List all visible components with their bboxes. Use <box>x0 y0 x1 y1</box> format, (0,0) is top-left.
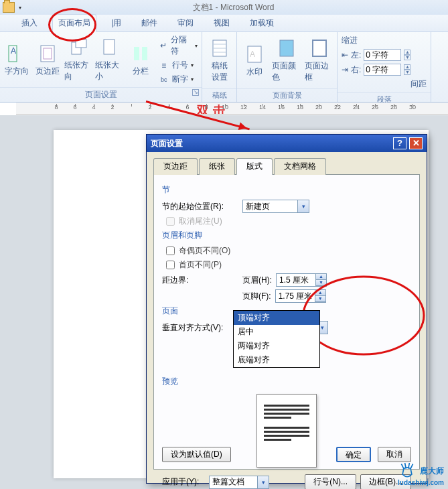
group-grid-paper-label: 稿纸 <box>202 88 236 102</box>
size-button[interactable]: 纸张大小 <box>95 37 123 82</box>
breaks-button[interactable]: ↵分隔符▾ <box>157 33 199 58</box>
indent-left-icon: ⇤ <box>342 50 348 60</box>
svg-rect-16 <box>313 40 326 56</box>
tab-mailings[interactable]: 邮件 <box>136 15 163 31</box>
dialog-title: 页面设置 <box>151 138 183 149</box>
page-border-button[interactable]: 页面边框 <box>305 38 334 83</box>
apply-to-row: 应用于(Y): 整篇文档▾ 行号(N)... 边框(B)... <box>162 474 411 489</box>
up-icon[interactable]: ▲ <box>315 274 326 280</box>
valign-option-top[interactable]: 顶端对齐 <box>234 311 319 325</box>
odd-even-label: 奇偶页不同(O) <box>179 245 230 257</box>
tab-paper[interactable]: 纸张 <box>199 158 235 175</box>
default-button[interactable]: 设为默认值(D) <box>162 447 231 462</box>
header-dist-label: 页眉(H): <box>242 275 272 286</box>
ribbon-tabs: 插入 页面布局 |用 邮件 审阅 视图 加载项 <box>0 15 448 32</box>
tab-review[interactable]: 审阅 <box>172 15 199 31</box>
down-icon[interactable]: ▼ <box>315 280 326 286</box>
indent-right-icon: ⇥ <box>342 65 348 74</box>
headerfooter-label: 页眉和页脚 <box>162 230 411 241</box>
svg-rect-8 <box>142 47 147 60</box>
page-color-button[interactable]: 页面颜色 <box>272 38 301 83</box>
tab-insert[interactable]: 插入 <box>16 15 43 31</box>
cancel-button[interactable]: 取消 <box>378 447 411 462</box>
suppress-endnotes-check: 取消尾注(U) <box>166 216 411 227</box>
breaks-icon: ↵ <box>159 40 168 51</box>
page-border-label: 页面边框 <box>305 60 334 83</box>
down-icon[interactable]: ▼ <box>315 296 325 302</box>
watermark-label: 水印 <box>246 66 263 78</box>
line-numbers-icon: ≡ <box>159 60 169 71</box>
tab-grid[interactable]: 文档网格 <box>274 158 326 175</box>
line-numbers-label: 行号 <box>172 60 188 71</box>
valign-option-justify[interactable]: 两端对齐 <box>234 339 319 353</box>
margins-button[interactable]: 页边距 <box>33 43 62 77</box>
tab-references[interactable]: |用 <box>106 15 127 31</box>
odd-even-checkbox[interactable] <box>166 247 175 255</box>
page-setup-launcher[interactable]: ↘ <box>192 89 199 96</box>
grid-paper-label: 稿纸 设置 <box>212 60 228 83</box>
page-setup-dialog: 页面设置 ? ✕ 页边距 纸张 版式 文档网格 节 节的起始位置(R): 新建页… <box>146 134 427 484</box>
ribbon: A 字方向 页边距 纸张方向 纸张大小 分栏 ↵分隔符▾ ≡行号▾ <box>0 32 448 102</box>
watermark: 鹿大师 ludashiwj.com <box>398 463 444 486</box>
indent-right-input[interactable] <box>364 64 401 76</box>
section-label: 节 <box>162 184 411 196</box>
header-dist-input[interactable]: 1.5 厘米▲▼ <box>276 273 327 287</box>
svg-text:A: A <box>250 50 255 59</box>
spinner[interactable]: ▲▼ <box>404 50 410 60</box>
line-numbers-button[interactable]: 行号(N)... <box>305 474 356 489</box>
margins-label: 页边距 <box>35 66 60 77</box>
suppress-endnotes-label: 取消尾注(U) <box>179 216 222 227</box>
dropdown-icon: ▾ <box>195 43 198 49</box>
text-direction-button[interactable]: A 字方向 <box>3 43 31 77</box>
breaks-label: 分隔符 <box>171 34 192 57</box>
spinner[interactable]: ▲▼ <box>404 64 410 75</box>
hyphenation-icon: bc <box>159 74 169 85</box>
odd-even-check[interactable]: 奇偶页不同(O) <box>166 245 411 257</box>
up-icon[interactable]: ▲ <box>315 290 325 296</box>
size-icon <box>98 37 120 58</box>
footer-row: 页脚(F): 1.75 厘米▲▼ <box>162 289 411 303</box>
tab-margin[interactable]: 页边距 <box>153 158 198 175</box>
indent-left-input[interactable] <box>364 49 401 61</box>
indent-title: 缩进 <box>342 35 427 46</box>
title-bar: ▾ 文档1 - Microsoft Word <box>0 0 448 15</box>
columns-label: 分栏 <box>133 66 149 77</box>
group-page-setup: A 字方向 页边距 纸张方向 纸张大小 分栏 ↵分隔符▾ ≡行号▾ <box>0 32 202 102</box>
dialog-titlebar: 页面设置 ? ✕ <box>147 135 427 152</box>
tab-view[interactable]: 视图 <box>208 15 235 31</box>
watermark-icon: A <box>244 44 265 65</box>
first-page-checkbox[interactable] <box>166 261 175 269</box>
tab-layout[interactable]: 版式 <box>236 158 273 175</box>
first-page-check[interactable]: 首页不同(P) <box>166 259 411 271</box>
section-start-combo[interactable]: 新建页 ▾ <box>242 200 309 213</box>
close-button[interactable]: ✕ <box>409 137 423 149</box>
valign-label: 垂直对齐方式(V): <box>162 322 242 334</box>
footer-dist-input[interactable]: 1.75 厘米▲▼ <box>275 289 326 303</box>
valign-option-center[interactable]: 居中 <box>234 325 319 339</box>
hyphenation-button[interactable]: bc断字▾ <box>157 73 199 86</box>
distance-row: 距边界: 页眉(H): 1.5 厘米▲▼ <box>162 273 411 287</box>
orientation-label: 纸张方向 <box>64 60 92 82</box>
watermark-button[interactable]: A水印 <box>240 44 269 78</box>
apply-to-combo[interactable]: 整篇文档▾ <box>209 476 269 489</box>
footer-dist-label: 页脚(F): <box>242 291 271 302</box>
section-start-value: 新建页 <box>246 201 270 212</box>
ok-button[interactable]: 确定 <box>336 447 371 462</box>
chevron-down-icon: ▾ <box>257 476 269 488</box>
columns-button[interactable]: 分栏 <box>127 43 155 77</box>
dropdown-icon: ▾ <box>191 62 194 68</box>
tab-page-layout[interactable]: 页面布局 <box>52 14 96 32</box>
grid-paper-icon <box>209 38 230 59</box>
group-page-background: A水印 页面颜色 页面边框 页面背景 <box>237 32 338 102</box>
preview-label: 预览 <box>162 376 411 387</box>
valign-option-bottom[interactable]: 底端对齐 <box>234 353 319 367</box>
page-setup-small-buttons: ↵分隔符▾ ≡行号▾ bc断字▾ <box>157 33 199 86</box>
line-numbers-button[interactable]: ≡行号▾ <box>157 59 199 72</box>
ruler[interactable]: 双击 864224681012141618202224262830 <box>16 102 448 115</box>
svg-text:A: A <box>11 46 16 56</box>
help-button[interactable]: ? <box>393 137 406 149</box>
text-direction-icon: A <box>6 43 27 64</box>
orientation-button[interactable]: 纸张方向 <box>64 37 92 82</box>
grid-paper-button[interactable]: 稿纸 设置 <box>205 38 234 83</box>
tab-addins[interactable]: 加载项 <box>244 15 279 31</box>
